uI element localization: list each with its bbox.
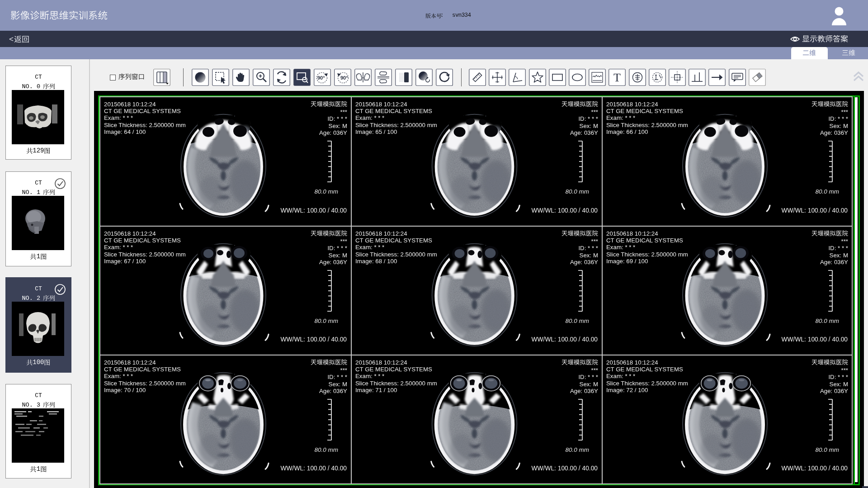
svg-text:90°: 90° [317,75,325,81]
svg-text:90°: 90° [340,75,348,81]
svg-text:T: T [613,71,621,84]
